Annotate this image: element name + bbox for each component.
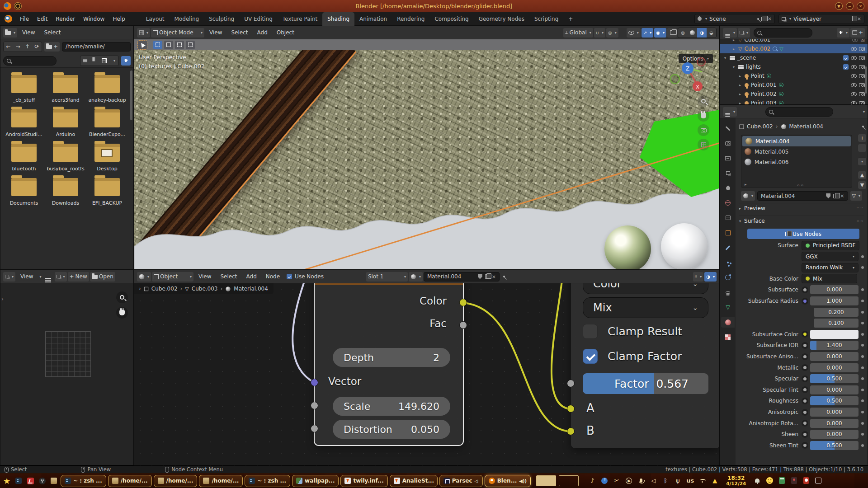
disable-render-icon[interactable] <box>859 101 865 105</box>
tab-output[interactable] <box>721 153 735 164</box>
material-slot[interactable]: Material.005 <box>741 146 852 157</box>
socket-icon[interactable] <box>802 409 808 416</box>
image-browse-button[interactable]: ▾ <box>55 272 67 282</box>
outliner-row-point001[interactable]: ▸ Point.001 <box>720 80 868 89</box>
outliner-row-cube001[interactable]: ▸ ▽ Cube.001 ☒ <box>720 39 868 44</box>
tab-scene[interactable] <box>721 183 735 193</box>
outliner-scrollbar[interactable] <box>865 66 867 94</box>
menu-render[interactable]: Render <box>52 12 79 25</box>
keyframe-dot[interactable] <box>861 411 864 413</box>
display-thumbnails-button[interactable] <box>99 56 109 66</box>
shading-rendered-button[interactable]: ◒ <box>707 28 716 38</box>
wine-app-icon[interactable] <box>791 477 797 484</box>
fake-user-icon[interactable] <box>478 274 482 279</box>
emoji-app-icon[interactable] <box>766 477 773 484</box>
copy-material-icon[interactable] <box>485 274 489 279</box>
keyframe-dot[interactable] <box>861 344 864 347</box>
workspace-1[interactable] <box>536 475 556 486</box>
list-resize-grip[interactable]: ⁙⁙ <box>797 183 804 187</box>
new-collection-button[interactable]: + <box>850 28 865 38</box>
material-slot[interactable]: Material.006 <box>741 157 852 167</box>
mix-blend-mode-dropdown[interactable]: Mix⌄ <box>583 297 708 318</box>
b-input-socket[interactable] <box>567 427 575 435</box>
scale-field[interactable]: Scale 149.620 <box>333 397 450 416</box>
material-name-field[interactable]: Material.004 × <box>757 191 848 201</box>
tab-uv-editing[interactable]: UV Editing <box>239 12 278 26</box>
visibility-dropdown[interactable]: ▾ <box>627 28 641 38</box>
zoom-control[interactable] <box>116 291 128 303</box>
editor-type-button[interactable]: ▾ <box>3 28 17 38</box>
microphone-icon[interactable] <box>640 479 642 483</box>
outliner-row-scene-collection[interactable]: ▾ _scene <box>720 53 868 62</box>
tab-compositing[interactable]: Compositing <box>429 12 473 26</box>
select-intersect-button[interactable] <box>186 41 195 49</box>
node-node-menu[interactable]: Node <box>262 270 284 283</box>
surface-shader-button[interactable]: Principled BSDF <box>802 241 859 250</box>
tab-render[interactable] <box>721 138 735 149</box>
shading-material-button[interactable]: ◑ <box>697 28 707 38</box>
pan-control[interactable] <box>116 307 128 319</box>
outliner-row-lights-collection[interactable]: ▾ lights <box>720 62 868 71</box>
subsurface-radius-b-slider[interactable]: 0.100 <box>814 319 859 328</box>
file-scrollbar[interactable] <box>130 70 132 120</box>
keyframe-dot[interactable] <box>861 288 864 291</box>
image-new-button[interactable]: + New <box>68 272 89 282</box>
vlc-launcher-icon[interactable] <box>25 476 35 486</box>
editor-type-button[interactable]: ▾ <box>723 107 737 117</box>
shading-wireframe-button[interactable]: ◍ <box>678 28 688 38</box>
keyframe-dot[interactable] <box>861 366 864 369</box>
socket-icon[interactable] <box>802 298 808 305</box>
preview-panel-header[interactable]: ▸Preview ⁙⁙ <box>739 203 864 213</box>
display-list-horizontal-button[interactable] <box>90 56 99 66</box>
menu-help[interactable]: Help <box>108 12 129 25</box>
tab-rendering[interactable]: Rendering <box>392 12 429 26</box>
add-slot-button[interactable]: + <box>858 134 867 142</box>
menu-edit[interactable]: Edit <box>33 12 52 25</box>
tab-modeling[interactable]: Modeling <box>170 12 204 26</box>
display-mode-button[interactable]: ▾ <box>738 28 750 38</box>
disable-render-icon[interactable] <box>859 83 865 87</box>
clamp-factor-checkbox[interactable]: Clamp Factor <box>583 349 682 364</box>
scene-selector[interactable]: ▾ Scene × <box>694 14 775 24</box>
tab-collection[interactable] <box>721 212 735 223</box>
move-slot-down-button[interactable]: ▼ <box>858 181 867 189</box>
magic-texture-node[interactable]: ⌄Magic Texture Color Fac Depth 2 Vector … <box>315 283 463 445</box>
unlink-scene-icon[interactable]: × <box>768 16 772 21</box>
tab-layout[interactable]: Layout <box>141 12 170 26</box>
hide-icon[interactable] <box>851 83 857 87</box>
socket-icon[interactable] <box>802 420 808 427</box>
tab-tool[interactable] <box>721 123 735 134</box>
mix-data-type-dropdown[interactable]: Color⌄ <box>583 283 708 294</box>
warning-triangle-icon[interactable] <box>711 477 718 484</box>
hide-icon[interactable] <box>851 47 857 51</box>
distortion-field[interactable]: Distortion 0.050 <box>333 420 450 439</box>
nav-refresh-button[interactable]: ⟳ <box>32 42 42 52</box>
files-launcher-icon[interactable] <box>49 476 59 486</box>
tab-modifiers[interactable] <box>721 242 735 253</box>
material-browse-button[interactable]: ▾ <box>409 272 423 282</box>
keyframe-dot[interactable] <box>861 377 864 380</box>
media-play-icon[interactable] <box>625 477 632 484</box>
properties-search-input[interactable] <box>765 107 833 117</box>
editor-type-button[interactable]: ▾ <box>137 272 151 282</box>
file-search-input[interactable] <box>3 56 57 66</box>
factor-slider[interactable]: Factor 0.567 <box>583 373 708 394</box>
select-box-button[interactable] <box>153 41 162 49</box>
keyboard-layout-indicator[interactable]: us <box>686 477 694 484</box>
vector-input-socket[interactable] <box>311 379 318 386</box>
keyframe-dot[interactable] <box>861 300 864 302</box>
shader-type-dropdown[interactable]: Object▾ <box>152 272 193 282</box>
taskbar-window-zsh1[interactable]: ~ : zsh ... <box>61 475 106 487</box>
keyframe-dot[interactable] <box>861 255 864 258</box>
taskbar-window-home3[interactable]: /home/... <box>199 475 243 487</box>
factor-input-socket[interactable] <box>567 380 575 387</box>
shading-solid-button[interactable] <box>688 28 697 38</box>
material-name-field[interactable]: Material.004 × <box>424 272 500 282</box>
file-item[interactable]: EFI_BACKUP <box>86 178 128 206</box>
mode-dropdown[interactable]: Object Mode▾ <box>151 28 204 38</box>
viewport-scene[interactable]: User Perspective (0) textures | Cube.002… <box>134 50 719 269</box>
disable-render-icon[interactable] <box>859 56 865 60</box>
socket-icon[interactable] <box>802 375 808 382</box>
bluetooth-icon[interactable] <box>662 477 669 484</box>
node-view-menu[interactable]: View <box>194 270 215 283</box>
